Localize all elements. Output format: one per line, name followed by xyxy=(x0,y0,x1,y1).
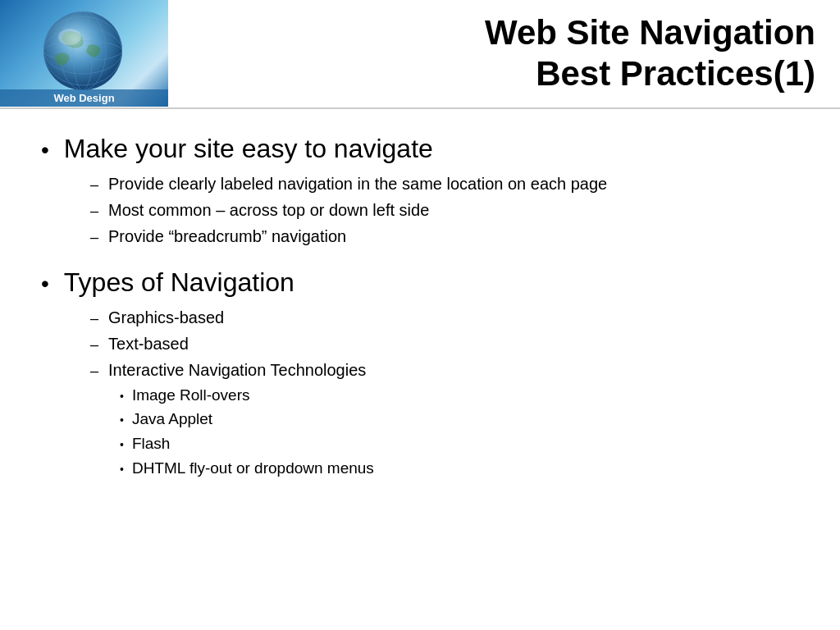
sub-bullets-1: – Provide clearly labeled navigation in … xyxy=(90,172,799,248)
sub-sub-bullet-2: • Java Applet xyxy=(120,409,799,431)
sub-sub-bullets-2-3: • Image Roll-overs • Java Applet • Flash… xyxy=(120,385,799,479)
slide-content: • Make your site easy to navigate – Prov… xyxy=(0,109,840,630)
sub-sub-bullet-1-text: Image Roll-overs xyxy=(132,385,250,407)
svg-point-7 xyxy=(43,11,122,90)
main-bullet-2: • Types of Navigation xyxy=(41,267,799,298)
sub-bullets-2: – Graphics-based – Text-based – Interact… xyxy=(90,306,799,479)
sub-sub-bullet-2-text: Java Applet xyxy=(132,409,212,431)
bullet-section-2: • Types of Navigation – Graphics-based –… xyxy=(41,267,799,482)
main-bullet-1: • Make your site easy to navigate xyxy=(41,134,799,164)
sub-bullet-1-3-text: Provide “breadcrumb” navigation xyxy=(108,225,346,248)
main-bullet-2-text: Types of Navigation xyxy=(64,267,294,298)
sub-bullet-2-2-text: Text-based xyxy=(108,332,189,355)
header-title-area: Web Site Navigation Best Practices(1) xyxy=(168,0,840,107)
header: Web Design Web Site Navigation Best Prac… xyxy=(0,0,840,109)
dash-1-1: – xyxy=(90,176,98,194)
dash-2-3: – xyxy=(90,363,98,380)
main-bullet-1-text: Make your site easy to navigate xyxy=(64,134,433,164)
small-dot-4: • xyxy=(120,463,124,476)
title-line1: Web Site Navigation xyxy=(485,13,815,52)
dash-1-2: – xyxy=(90,203,98,220)
header-logo: Web Design xyxy=(0,0,168,107)
sub-bullet-2-3: – Interactive Navigation Technologies xyxy=(90,358,799,381)
sub-bullet-1-2-text: Most common – across top or down left si… xyxy=(108,199,429,221)
sub-bullet-1-1-text: Provide clearly labeled navigation in th… xyxy=(108,172,607,195)
slide: Web Design Web Site Navigation Best Prac… xyxy=(0,0,840,630)
small-dot-3: • xyxy=(120,438,124,451)
sub-bullet-2-2: – Text-based xyxy=(90,332,799,355)
sub-sub-bullet-4: • DHTML fly-out or dropdown menus xyxy=(120,458,799,480)
svg-point-8 xyxy=(58,29,81,45)
sub-bullet-1-3: – Provide “breadcrumb” navigation xyxy=(90,225,799,248)
globe-graphic: Web Design xyxy=(0,0,168,107)
small-dot-1: • xyxy=(120,390,124,403)
web-design-label: Web Design xyxy=(0,89,168,107)
bullet-dot-1: • xyxy=(41,139,49,162)
bullet-dot-2: • xyxy=(41,272,49,295)
sub-sub-bullet-1: • Image Roll-overs xyxy=(120,385,799,407)
sub-sub-bullet-3-text: Flash xyxy=(132,433,170,455)
sub-sub-bullet-4-text: DHTML fly-out or dropdown menus xyxy=(132,458,374,480)
globe-icon xyxy=(19,8,150,98)
sub-bullet-2-1-text: Graphics-based xyxy=(108,306,224,329)
sub-bullet-1-1: – Provide clearly labeled navigation in … xyxy=(90,172,799,195)
bullet-section-1: • Make your site easy to navigate – Prov… xyxy=(41,134,799,251)
small-dot-2: • xyxy=(120,413,124,427)
dash-2-1: – xyxy=(90,310,98,327)
dash-2-2: – xyxy=(90,336,98,354)
slide-title: Web Site Navigation Best Practices(1) xyxy=(485,12,815,95)
title-line2: Best Practices(1) xyxy=(536,54,815,93)
sub-bullet-2-1: – Graphics-based xyxy=(90,306,799,329)
dash-1-3: – xyxy=(90,229,98,246)
sub-bullet-1-2: – Most common – across top or down left … xyxy=(90,199,799,221)
sub-bullet-2-3-text: Interactive Navigation Technologies xyxy=(108,358,366,381)
sub-sub-bullet-3: • Flash xyxy=(120,433,799,455)
